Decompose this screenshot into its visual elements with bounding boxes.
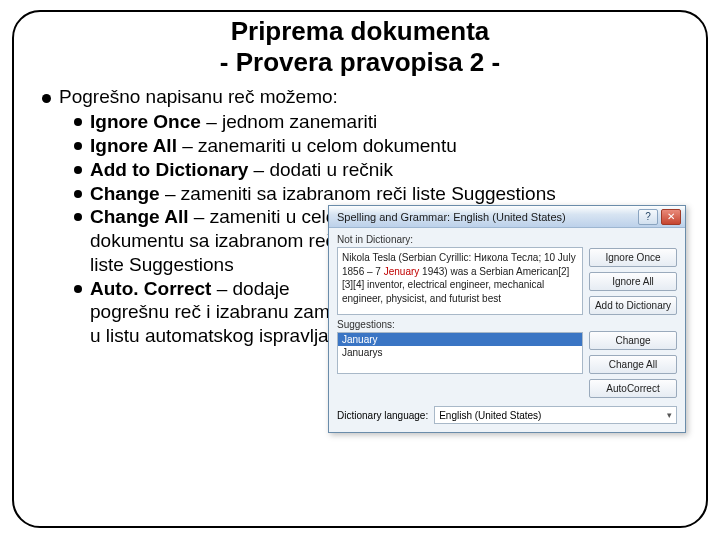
dialog-button-column: Ignore Once Ignore All Add to Dictionary…	[589, 234, 677, 398]
dialog-left-column: Not in Dictionary: Nikola Tesla (Serbian…	[337, 234, 583, 398]
item-bold: Ignore Once	[90, 111, 201, 132]
change-button[interactable]: Change	[589, 331, 677, 350]
dictionary-language-label: Dictionary language:	[337, 410, 428, 421]
dialog-title: Spelling and Grammar: English (United St…	[337, 211, 635, 223]
dialog-titlebar: Spelling and Grammar: English (United St…	[329, 206, 685, 228]
wrapped-row: Spelling and Grammar: English (United St…	[74, 205, 684, 348]
bullet-icon	[74, 166, 82, 174]
dialog-body: Not in Dictionary: Nikola Tesla (Serbian…	[329, 228, 685, 406]
suggestion-selected[interactable]: January	[338, 333, 582, 346]
item-bold: Change All	[90, 206, 189, 227]
change-all-button[interactable]: Change All	[589, 355, 677, 374]
chevron-down-icon: ▾	[667, 410, 672, 420]
slide-content: Pogrešno napisanu reč možemo: Ignore Onc…	[14, 78, 706, 348]
item-bold: Change	[90, 183, 160, 204]
item-bold: Auto. Correct	[90, 278, 211, 299]
add-to-dictionary-button[interactable]: Add to Dictionary	[589, 296, 677, 315]
bullet-icon	[74, 118, 82, 126]
not-in-dictionary-label: Not in Dictionary:	[337, 234, 583, 245]
title-line-1: Priprema dokumenta	[14, 16, 706, 47]
suggestions-listbox[interactable]: January Januarys	[337, 332, 583, 374]
close-button[interactable]: ✕	[661, 209, 681, 225]
not-in-dictionary-textbox[interactable]: Nikola Tesla (Serbian Cyrillic: Никола Т…	[337, 247, 583, 315]
item-rest: – zanemariti u celom dokumentu	[177, 135, 457, 156]
item-bold: Add to Dictionary	[90, 159, 248, 180]
dictionary-language-combo[interactable]: English (United States) ▾	[434, 406, 677, 424]
intro-bullet: Pogrešno napisanu reč možemo:	[42, 86, 684, 108]
spellcheck-dialog: Spelling and Grammar: English (United St…	[328, 205, 686, 433]
bullet-icon	[74, 213, 82, 221]
misspelled-word: Jenuary	[384, 266, 420, 277]
list-item: Add to Dictionary – dodati u rečnik	[74, 158, 684, 182]
slide-title: Priprema dokumenta - Provera pravopisa 2…	[14, 16, 706, 78]
bullet-icon	[74, 190, 82, 198]
ignore-all-button[interactable]: Ignore All	[589, 272, 677, 291]
item-rest: – dodati u rečnik	[248, 159, 393, 180]
suggestion-item[interactable]: Januarys	[338, 346, 582, 359]
slide-frame: Priprema dokumenta - Provera pravopisa 2…	[12, 10, 708, 528]
bullet-icon	[74, 285, 82, 293]
bullet-icon	[74, 142, 82, 150]
title-line-2: - Provera pravopisa 2 -	[14, 47, 706, 78]
ignore-once-button[interactable]: Ignore Once	[589, 248, 677, 267]
bullet-icon	[42, 94, 51, 103]
item-rest: – zameniti sa izabranom reči liste Sugge…	[160, 183, 556, 204]
list-item: Change – zameniti sa izabranom reči list…	[74, 182, 684, 206]
item-rest: – jednom zanemariti	[201, 111, 377, 132]
autocorrect-button[interactable]: AutoCorrect	[589, 379, 677, 398]
list-item: Ignore All – zanemariti u celom dokument…	[74, 134, 684, 158]
combo-value: English (United States)	[439, 410, 541, 421]
intro-text: Pogrešno napisanu reč možemo:	[59, 86, 338, 108]
item-bold: Ignore All	[90, 135, 177, 156]
dialog-bottom-row: Dictionary language: English (United Sta…	[329, 406, 685, 432]
suggestions-label: Suggestions:	[337, 319, 583, 330]
sub-bullet-list: Ignore Once – jednom zanemariti Ignore A…	[42, 110, 684, 348]
list-item: Ignore Once – jednom zanemariti	[74, 110, 684, 134]
help-button[interactable]: ?	[638, 209, 658, 225]
spellcheck-dialog-wrapper: Spelling and Grammar: English (United St…	[328, 205, 686, 433]
